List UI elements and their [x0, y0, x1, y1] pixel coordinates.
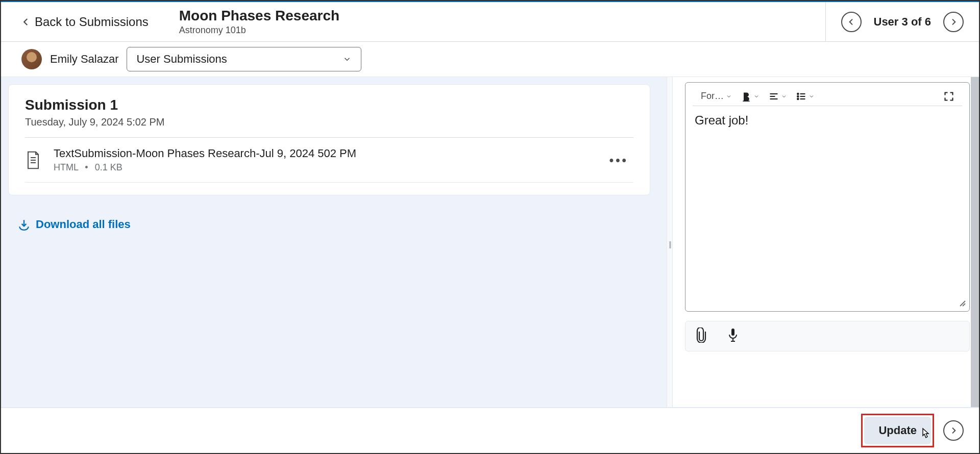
format-label: For… — [701, 91, 724, 102]
next-user-button[interactable] — [943, 12, 964, 32]
svg-point-12 — [797, 98, 799, 99]
student-avatar — [21, 49, 42, 69]
more-options-button[interactable]: ••• — [604, 153, 633, 167]
download-all-label: Download all files — [36, 218, 131, 231]
back-to-submissions-link[interactable]: Back to Submissions — [1, 2, 169, 41]
chevron-down-icon — [753, 93, 760, 99]
chevron-left-icon — [21, 17, 31, 27]
paperclip-icon — [695, 327, 708, 343]
chevron-right-icon — [949, 18, 958, 26]
scrollbar[interactable] — [971, 77, 979, 412]
expand-icon — [944, 91, 954, 102]
file-info: TextSubmission-Moon Phases Research-Jul … — [54, 147, 592, 173]
svg-point-10 — [797, 95, 799, 97]
attachment-bar — [685, 321, 970, 351]
file-name: TextSubmission-Moon Phases Research-Jul … — [54, 147, 592, 160]
svg-line-14 — [960, 301, 965, 306]
bold-button[interactable] — [740, 90, 761, 103]
download-icon — [17, 218, 31, 231]
bold-icon — [741, 91, 751, 102]
svg-rect-17 — [731, 329, 734, 336]
footer: Update — [1, 407, 979, 453]
course-title: Astronomy 101b — [179, 25, 825, 36]
chevron-down-icon — [726, 93, 732, 99]
assignment-title: Moon Phases Research — [179, 8, 825, 24]
file-size: 0.1 KB — [95, 162, 122, 172]
feedback-textarea[interactable]: Great job! — [685, 106, 969, 311]
user-navigation: User 3 of 6 — [825, 2, 979, 41]
header: Back to Submissions Moon Phases Research… — [1, 2, 979, 42]
submission-title: Submission 1 — [25, 97, 633, 113]
attach-file-button[interactable] — [695, 327, 708, 345]
user-submissions-dropdown[interactable]: User Submissions — [127, 47, 361, 71]
svg-line-15 — [963, 304, 965, 306]
svg-point-8 — [797, 93, 799, 94]
chevron-down-icon — [342, 55, 352, 64]
microphone-icon — [726, 327, 740, 343]
record-audio-button[interactable] — [726, 327, 740, 345]
format-dropdown[interactable]: For… — [700, 90, 733, 103]
main-area: Submission 1 Tuesday, July 9, 2024 5:02 … — [1, 77, 979, 412]
chevron-left-icon — [847, 18, 855, 26]
feedback-editor: For… Grea — [685, 82, 970, 312]
left-panel: Submission 1 Tuesday, July 9, 2024 5:02 … — [1, 77, 667, 412]
panel-resize-handle[interactable]: || — [667, 77, 673, 412]
back-label: Back to Submissions — [35, 15, 149, 29]
download-all-files-link[interactable]: Download all files — [1, 203, 667, 246]
bullet-list-icon — [796, 91, 806, 102]
student-name: Emily Salazar — [50, 53, 118, 66]
submission-file-row[interactable]: TextSubmission-Moon Phases Research-Jul … — [25, 138, 633, 183]
update-highlight: Update — [861, 414, 934, 447]
separator — [81, 162, 92, 172]
document-icon — [25, 150, 41, 170]
fullscreen-button[interactable] — [943, 90, 955, 103]
editor-resize-handle[interactable] — [958, 299, 966, 309]
editor-toolbar: For… — [693, 87, 962, 106]
chevron-right-icon — [949, 426, 958, 435]
align-button[interactable] — [768, 90, 788, 103]
user-count-label: User 3 of 6 — [874, 15, 932, 29]
resize-grip-icon — [958, 299, 966, 307]
subheader: Emily Salazar User Submissions — [1, 42, 979, 77]
file-meta: HTML 0.1 KB — [54, 162, 592, 173]
submission-date: Tuesday, July 9, 2024 5:02 PM — [25, 116, 633, 128]
chevron-down-icon — [781, 93, 787, 99]
chevron-down-icon — [808, 93, 815, 99]
footer-next-button[interactable] — [943, 420, 964, 441]
svg-rect-4 — [743, 100, 749, 102]
dropdown-label: User Submissions — [136, 53, 227, 66]
file-type: HTML — [54, 162, 78, 172]
align-left-icon — [769, 91, 779, 102]
list-button[interactable] — [795, 90, 816, 103]
submission-card: Submission 1 Tuesday, July 9, 2024 5:02 … — [8, 84, 650, 195]
right-panel: For… Grea — [673, 77, 979, 412]
title-block: Moon Phases Research Astronomy 101b — [169, 8, 825, 36]
prev-user-button[interactable] — [841, 12, 862, 32]
update-button[interactable]: Update — [864, 417, 931, 444]
drag-handle-icon: || — [669, 240, 670, 248]
